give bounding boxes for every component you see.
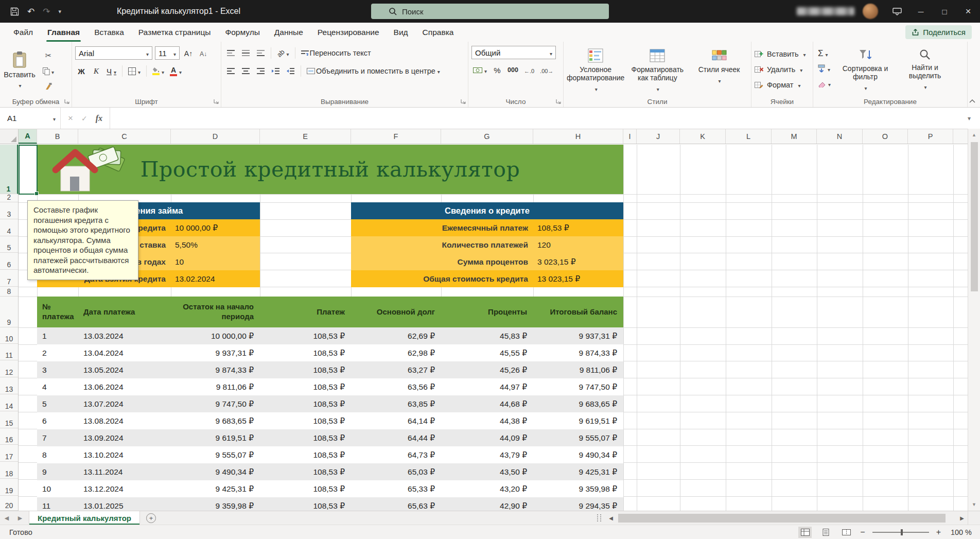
italic-button[interactable]: К: [90, 64, 102, 78]
row-header[interactable]: 15: [0, 411, 18, 428]
row-header[interactable]: 18: [0, 462, 18, 479]
column-header[interactable]: F: [351, 129, 441, 144]
row-header[interactable]: 5: [0, 236, 18, 253]
tab-file[interactable]: Файл: [6, 23, 40, 42]
row-header[interactable]: 3: [0, 202, 18, 219]
redo-icon[interactable]: ↷: [43, 7, 50, 16]
row-header[interactable]: 14: [0, 394, 18, 411]
table-row[interactable]: 6 13.08.2024 9 683,65 ₽ 108,53 ₽ 64,14 ₽…: [37, 412, 623, 429]
share-button[interactable]: Поделиться: [905, 25, 972, 39]
customize-toolbar-icon[interactable]: ▾: [59, 8, 62, 15]
column-header[interactable]: O: [863, 129, 908, 144]
font-color-button[interactable]: [168, 64, 183, 78]
row-header[interactable]: 8: [0, 287, 18, 297]
tab-review[interactable]: Рецензирование: [310, 23, 387, 42]
row-header[interactable]: 7: [0, 270, 18, 287]
row-header[interactable]: 19: [0, 479, 18, 496]
number-format-select[interactable]: Общий: [471, 46, 556, 59]
normal-view-button[interactable]: [798, 527, 812, 538]
cancel-entry-icon[interactable]: [68, 113, 73, 124]
table-row[interactable]: 10 13.12.2024 9 425,31 ₽ 108,53 ₽ 65,33 …: [37, 480, 623, 497]
sheet-tab-active[interactable]: Кредитный калькулятор: [29, 511, 140, 525]
scroll-up-icon[interactable]: [968, 130, 980, 140]
confirm-entry-icon[interactable]: [81, 114, 87, 123]
row-header[interactable]: 17: [0, 445, 18, 462]
decrease-font-button[interactable]: [197, 46, 209, 60]
autosum-button[interactable]: Σ: [816, 47, 832, 60]
column-header[interactable]: K: [680, 129, 726, 144]
ribbon-display-options-button[interactable]: [885, 0, 909, 23]
row-header[interactable]: 9: [0, 297, 18, 327]
row-header[interactable]: 12: [0, 360, 18, 377]
column-header[interactable]: J: [637, 129, 680, 144]
previous-sheet-icon[interactable]: [0, 515, 13, 521]
scroll-left-icon[interactable]: [605, 515, 617, 521]
insert-cells-button[interactable]: Вставить: [755, 47, 806, 61]
row-header[interactable]: 20: [0, 496, 18, 511]
format-as-table-button[interactable]: Форматировать как таблицу: [628, 46, 686, 96]
cell-styles-button[interactable]: Стили ячеек: [690, 46, 748, 96]
find-select-button[interactable]: Найти и выделить: [898, 46, 952, 96]
zoom-slider-thumb[interactable]: [901, 529, 903, 535]
save-icon[interactable]: [10, 7, 19, 16]
column-header[interactable]: M: [772, 129, 817, 144]
search-input[interactable]: [402, 7, 505, 16]
row-header[interactable]: 16: [0, 428, 18, 445]
align-center-button[interactable]: [239, 64, 252, 78]
column-header-a[interactable]: A: [19, 129, 37, 144]
table-row[interactable]: 11 13.01.2025 9 359,98 ₽ 108,53 ₽ 65,63 …: [37, 497, 623, 511]
scroll-down-icon[interactable]: [968, 499, 980, 510]
column-header[interactable]: E: [260, 129, 351, 144]
splitter-handle[interactable]: [597, 514, 601, 521]
page-layout-view-button[interactable]: [819, 527, 832, 538]
row-header[interactable]: 6: [0, 253, 18, 270]
copy-button[interactable]: [40, 64, 57, 78]
horizontal-scroll-track[interactable]: [617, 511, 956, 525]
zoom-level[interactable]: 100 %: [948, 528, 972, 536]
merge-center-button[interactable]: Объединить и поместить в центре: [305, 64, 442, 78]
worksheet-grid[interactable]: Простой кредитный калькулятор Сведения з…: [19, 145, 968, 511]
vertical-scroll-thumb[interactable]: [971, 142, 978, 291]
column-header[interactable]: G: [441, 129, 533, 144]
orientation-button[interactable]: [275, 46, 291, 60]
sort-filter-button[interactable]: Сортировка и фильтр: [836, 46, 894, 96]
format-cells-button[interactable]: Формат: [755, 78, 806, 92]
conditional-formatting-button[interactable]: Условное форматирование: [567, 46, 624, 96]
fill-button[interactable]: [816, 62, 832, 75]
font-size-select[interactable]: 11: [155, 46, 180, 60]
tab-data[interactable]: Данные: [267, 23, 310, 42]
align-top-button[interactable]: [224, 46, 237, 60]
dialog-launcher-icon[interactable]: [461, 99, 466, 104]
tab-home[interactable]: Главная: [40, 23, 87, 42]
clear-button[interactable]: [816, 77, 832, 90]
row-header[interactable]: 10: [0, 327, 18, 344]
decrease-decimal-button[interactable]: [538, 63, 555, 77]
increase-decimal-button[interactable]: [522, 63, 536, 77]
align-bottom-button[interactable]: [254, 46, 267, 60]
cut-button[interactable]: [40, 49, 57, 62]
name-box[interactable]: A1: [0, 108, 61, 129]
table-row[interactable]: Общая стоимость кредита 13 023,15 ₽: [351, 270, 623, 287]
table-row[interactable]: 9 13.11.2024 9 490,34 ₽ 108,53 ₽ 65,03 ₽…: [37, 463, 623, 480]
table-row[interactable]: 3 13.05.2024 9 874,33 ₽ 108,53 ₽ 63,27 ₽…: [37, 361, 623, 378]
row-header-1[interactable]: 1: [0, 145, 18, 194]
zoom-slider[interactable]: [872, 532, 929, 533]
table-row[interactable]: 2 13.04.2024 9 937,31 ₽ 108,53 ₽ 62,98 ₽…: [37, 344, 623, 361]
font-family-select[interactable]: Arial: [75, 46, 152, 60]
table-row[interactable]: 8 13.10.2024 9 555,07 ₽ 108,53 ₽ 64,73 ₽…: [37, 446, 623, 463]
dialog-launcher-icon[interactable]: [214, 99, 219, 104]
tab-insert[interactable]: Вставка: [87, 23, 131, 42]
dialog-launcher-icon[interactable]: [556, 99, 561, 104]
column-header[interactable]: C: [78, 129, 171, 144]
scroll-right-icon[interactable]: [956, 515, 968, 521]
wrap-text-button[interactable]: Переносить текст: [300, 46, 373, 60]
paste-button[interactable]: Вставить: [3, 46, 36, 94]
row-header[interactable]: 4: [0, 219, 18, 236]
format-painter-button[interactable]: [40, 80, 57, 93]
search-box[interactable]: [371, 4, 609, 19]
expand-formula-bar-icon[interactable]: ▾: [958, 108, 980, 129]
insert-function-button[interactable]: fx: [96, 114, 102, 123]
column-header[interactable]: H: [533, 129, 623, 144]
select-all-corner[interactable]: [0, 129, 19, 144]
close-button[interactable]: ×: [956, 0, 980, 23]
